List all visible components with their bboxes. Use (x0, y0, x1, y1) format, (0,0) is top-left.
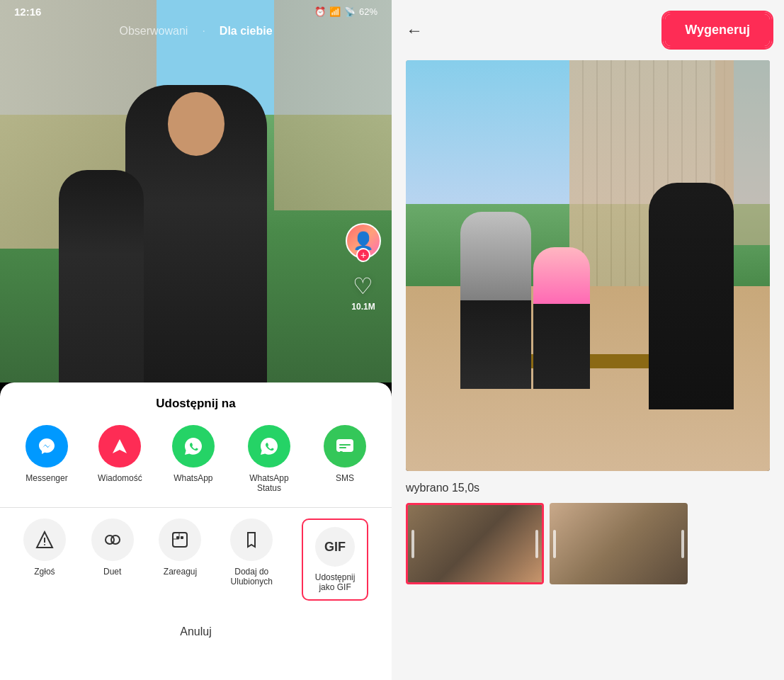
action-dodaj[interactable]: Dodaj do Ulubionych (227, 518, 276, 601)
action-zglos[interactable]: Zgłoś (23, 518, 66, 601)
scene-person2 (533, 247, 590, 389)
share-sheet-title: Udostępnij na (0, 397, 392, 411)
status-time: 12:16 (14, 6, 41, 18)
scene-person3 (649, 183, 734, 409)
zglos-label: Zgłoś (34, 567, 55, 577)
dodaj-icon (230, 518, 273, 561)
gif-label: Udostępnij jako GIF (310, 572, 360, 592)
gif-inner: GIF Udostępnij jako GIF (305, 521, 365, 598)
alarm-icon: ⏰ (314, 6, 326, 17)
svg-point-6 (44, 544, 45, 545)
main-image-area (406, 60, 770, 471)
top-tabs: Obserwowani · Dla ciebie (0, 25, 392, 38)
svg-point-8 (111, 536, 120, 544)
dodaj-label: Dodaj do Ulubionych (227, 567, 276, 586)
whatsapp-status-label: WhatsApp Status (244, 473, 294, 493)
zglos-icon (23, 518, 66, 561)
duet-icon (91, 518, 134, 561)
zareaguj-icon (159, 518, 201, 561)
tab-following[interactable]: Obserwowani (119, 25, 188, 38)
right-header: ← Wygeneruj (406, 14, 770, 46)
right-panel: ← Wygeneruj wybrano 15,0s (392, 0, 784, 680)
video-area: 12:16 ⏰ 📶 📡 62% Obserwowani · Dla ciebie… (0, 0, 392, 382)
share-actions-row: Zgłoś Duet (0, 518, 392, 601)
back-button[interactable]: ← (406, 21, 423, 40)
signal-icon: 📶 (329, 6, 341, 17)
left-panel: 12:16 ⏰ 📶 📡 62% Obserwowani · Dla ciebie… (0, 0, 392, 680)
right-actions: 👤 + ♡ 10.1M (346, 223, 381, 312)
heart-icon: ♡ (353, 273, 373, 300)
share-apps-row: Messenger Wiadomość Wha (0, 425, 392, 493)
thumb-play-bar-left (411, 530, 414, 558)
status-icons: ⏰ 📶 📡 62% (314, 6, 377, 17)
main-image-scene (406, 60, 770, 471)
svg-rect-4 (339, 447, 346, 448)
divider (0, 507, 392, 508)
like-button[interactable]: ♡ 10.1M (351, 273, 375, 312)
gif-icon: GIF (315, 527, 355, 567)
sms-label: SMS (336, 473, 354, 483)
wiadomosc-label: Wiadomość (98, 473, 142, 483)
video-scene (0, 0, 392, 382)
messenger-icon (25, 425, 68, 468)
tab-separator: · (202, 25, 205, 38)
action-gif[interactable]: GIF Udostępnij jako GIF (302, 518, 368, 601)
follow-plus-button[interactable]: + (356, 248, 370, 262)
person-center-figure (125, 85, 267, 382)
thumbnails-row (406, 503, 770, 584)
whatsapp-label: WhatsApp (174, 473, 212, 483)
cancel-button[interactable]: Anuluj (0, 615, 392, 649)
thumb-play-bar-right (535, 530, 538, 558)
person-left-figure (59, 170, 144, 382)
whatsapp-status-icon (248, 425, 290, 468)
tab-for-you[interactable]: Dla ciebie (220, 25, 273, 38)
scene-person1 (460, 212, 531, 389)
share-app-wiadomosc[interactable]: Wiadomość (98, 425, 142, 493)
status-bar: 12:16 ⏰ 📶 📡 62% (0, 0, 392, 23)
share-app-whatsapp-status[interactable]: WhatsApp Status (244, 425, 294, 493)
thumb2-play-bar-right (681, 530, 684, 558)
like-count: 10.1M (351, 302, 375, 312)
share-app-messenger[interactable]: Messenger (25, 425, 68, 493)
person-head (168, 92, 225, 156)
thumb2-play-bar-left (553, 530, 556, 558)
thumbnail-1[interactable] (406, 503, 544, 584)
sms-icon (324, 425, 366, 468)
wiadomosc-icon (98, 425, 141, 468)
gif-text: GIF (324, 540, 346, 555)
thumbnail-2-image (550, 503, 688, 584)
duet-label: Duet (103, 567, 121, 577)
share-sheet: Udostępnij na Messenger (0, 382, 392, 680)
generate-button[interactable]: Wygeneruj (665, 14, 770, 46)
thumbnail-1-image (408, 505, 542, 582)
whatsapp-icon (172, 425, 215, 468)
creator-avatar[interactable]: 👤 + (346, 223, 381, 259)
share-app-sms[interactable]: SMS (324, 425, 366, 493)
messenger-label: Messenger (25, 473, 67, 483)
gif-wrapper: GIF Udostępnij jako GIF (302, 518, 368, 601)
zareaguj-label: Zareaguj (164, 567, 197, 577)
selected-duration-label: wybrano 15,0s (406, 482, 770, 494)
svg-rect-11 (181, 536, 183, 539)
svg-rect-9 (173, 533, 187, 547)
action-duet[interactable]: Duet (91, 518, 134, 601)
svg-marker-1 (113, 439, 127, 453)
action-zareaguj[interactable]: Zareaguj (159, 518, 201, 601)
wifi-icon: 📡 (344, 6, 356, 17)
share-app-whatsapp[interactable]: WhatsApp (172, 425, 215, 493)
svg-rect-3 (339, 444, 351, 446)
thumbnail-2[interactable] (550, 503, 688, 584)
battery-text: 62% (359, 6, 377, 17)
